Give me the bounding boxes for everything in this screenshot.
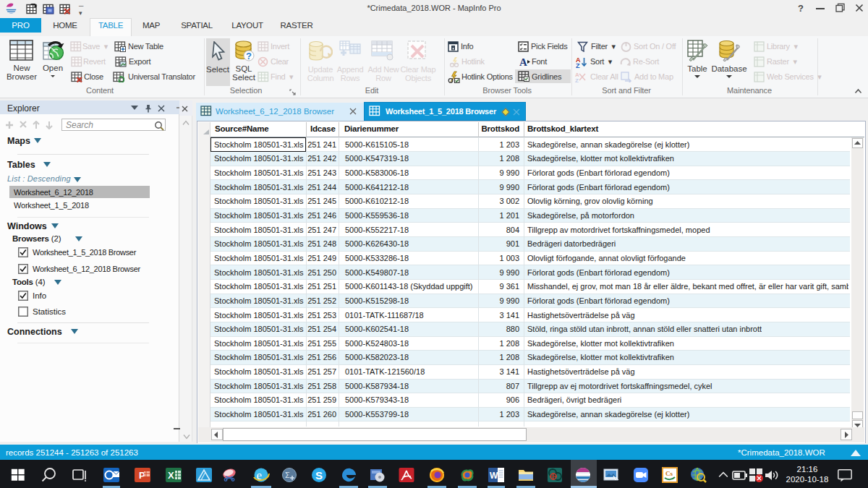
svg-text:?: ? [246,51,252,61]
svg-text:Z: Z [575,77,579,82]
svg-text:Σ: Σ [285,471,290,479]
svg-text:W: W [490,471,498,481]
svg-text:Z: Z [576,62,580,68]
svg-text:S: S [315,469,323,481]
svg-text:Cs: Cs [665,470,673,477]
svg-text:A: A [519,56,527,67]
svg-text:X: X [168,470,174,481]
